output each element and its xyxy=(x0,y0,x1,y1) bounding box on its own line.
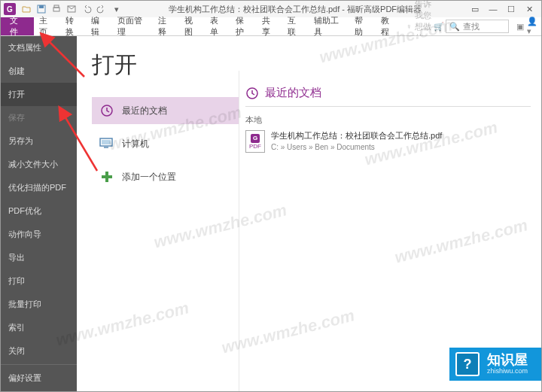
notify-icon[interactable]: ▣ xyxy=(513,17,528,35)
tab-protect[interactable]: 保护 xyxy=(230,17,256,35)
tell-me[interactable]: ♀告诉我您想做什么… xyxy=(401,17,431,35)
tab-form[interactable]: 表单 xyxy=(205,17,230,35)
file-tab[interactable]: 文件 xyxy=(1,17,34,35)
close-icon[interactable]: ✕ xyxy=(520,5,538,14)
print-icon[interactable] xyxy=(50,2,63,16)
doc-name: 学生机构工作总结：校社团联合会工作总结.pdf xyxy=(271,130,442,141)
open-icon[interactable] xyxy=(20,2,33,16)
tab-home[interactable]: 主页 xyxy=(34,17,59,35)
loc-recent[interactable]: 最近的文档 xyxy=(92,97,239,124)
badge-icon: ? xyxy=(455,352,480,376)
file-sidebar: 文档属性 创建 打开 保存 另存为 减小文件大小 优化扫描的PDF PDF优化 … xyxy=(1,36,77,391)
sb-pdfopt[interactable]: PDF优化 xyxy=(1,199,77,223)
loc-computer-label: 计算机 xyxy=(122,138,149,150)
sb-batchprint[interactable]: 批量打印 xyxy=(1,293,77,316)
maximize-icon[interactable]: ☐ xyxy=(502,5,520,14)
tab-view[interactable]: 视图 xyxy=(179,17,205,35)
tab-edit[interactable]: 编辑 xyxy=(86,17,111,35)
recent-local-label: 本地 xyxy=(245,114,531,126)
loc-add-label: 添加一个位置 xyxy=(122,171,176,184)
pdf-file-icon: GPDF xyxy=(245,130,265,153)
badge-py: zhishiwu.com xyxy=(487,368,528,375)
sb-create[interactable]: 创建 xyxy=(1,59,77,83)
open-locations: 打开 最近的文档 计算机 添加一个位置 xyxy=(77,36,239,391)
undo-icon[interactable] xyxy=(80,2,93,16)
user-icon[interactable]: 👤▾ xyxy=(527,17,541,35)
tab-accessibility[interactable]: 辅助工具 xyxy=(309,17,350,35)
sidebar-separator xyxy=(1,364,77,365)
recent-header-label: 最近的文档 xyxy=(265,86,321,100)
sb-skin[interactable]: 更改皮肤 xyxy=(1,390,77,391)
sb-save: 保存 xyxy=(1,106,77,129)
sb-optscan[interactable]: 优化扫描的PDF xyxy=(1,176,77,199)
sb-reduce[interactable]: 减小文件大小 xyxy=(1,153,77,176)
sb-prefs[interactable]: 偏好设置 xyxy=(1,366,77,390)
svg-rect-3 xyxy=(54,5,59,8)
clock-icon xyxy=(245,87,259,100)
redo-icon[interactable] xyxy=(95,2,108,16)
tab-page[interactable]: 页面管理 xyxy=(112,17,154,35)
ribbon-min-icon[interactable]: ▭ xyxy=(466,5,484,14)
svg-rect-7 xyxy=(102,140,111,144)
computer-icon xyxy=(99,136,114,151)
sb-saveas[interactable]: 另存为 xyxy=(1,129,77,153)
cart-icon[interactable]: 🛒 xyxy=(431,17,446,35)
save-icon[interactable] xyxy=(35,2,48,16)
plus-icon xyxy=(99,169,114,184)
loc-recent-label: 最近的文档 xyxy=(122,105,167,117)
site-badge: ? 知识屋 zhishiwu.com xyxy=(449,348,541,381)
mail-icon[interactable] xyxy=(65,2,78,16)
recent-document[interactable]: GPDF 学生机构工作总结：校社团联合会工作总结.pdf C: » Users … xyxy=(245,130,531,153)
clock-icon xyxy=(99,103,114,118)
sb-index[interactable]: 索引 xyxy=(1,316,77,339)
search-input[interactable]: 🔍查找 xyxy=(446,20,509,33)
backstage: 文档属性 创建 打开 保存 另存为 减小文件大小 优化扫描的PDF PDF优化 … xyxy=(1,36,541,391)
sb-docprops[interactable]: 文档属性 xyxy=(1,36,77,59)
sb-export[interactable]: 导出 xyxy=(1,246,77,269)
tab-share[interactable]: 共享 xyxy=(257,17,282,35)
badge-cn: 知识屋 xyxy=(487,353,528,368)
tab-connect[interactable]: 互联 xyxy=(282,17,308,35)
open-panel: 打开 最近的文档 计算机 添加一个位置 最近的文档 本地 GPDF xyxy=(77,36,541,391)
loc-computer[interactable]: 计算机 xyxy=(92,130,239,157)
tab-convert[interactable]: 转换 xyxy=(60,17,86,35)
open-title: 打开 xyxy=(92,50,239,81)
recent-panel: 最近的文档 本地 GPDF 学生机构工作总结：校社团联合会工作总结.pdf C:… xyxy=(239,71,541,391)
tab-help[interactable]: 帮助 xyxy=(349,17,375,35)
ribbon-tabs: 文件 主页 转换 编辑 页面管理 注释 视图 表单 保护 共享 互联 辅助工具 … xyxy=(1,17,541,36)
sb-print[interactable]: 打印 xyxy=(1,269,77,293)
minimize-icon[interactable]: — xyxy=(484,5,502,14)
doc-path: C: » Users » Ben » Documents xyxy=(271,143,442,151)
sb-action[interactable]: 动作向导 xyxy=(1,223,77,246)
loc-add[interactable]: 添加一个位置 xyxy=(92,163,239,190)
tab-comment[interactable]: 注释 xyxy=(153,17,178,35)
svg-rect-1 xyxy=(39,5,44,8)
sb-open[interactable]: 打开 xyxy=(1,83,77,106)
svg-rect-2 xyxy=(53,8,59,11)
recent-header: 最近的文档 xyxy=(245,86,531,107)
app-icon: G xyxy=(4,3,16,15)
tab-tutorial[interactable]: 教程 xyxy=(376,17,401,35)
qat-dropdown-icon[interactable]: ▾ xyxy=(110,2,123,16)
sb-close[interactable]: 关闭 xyxy=(1,339,77,363)
